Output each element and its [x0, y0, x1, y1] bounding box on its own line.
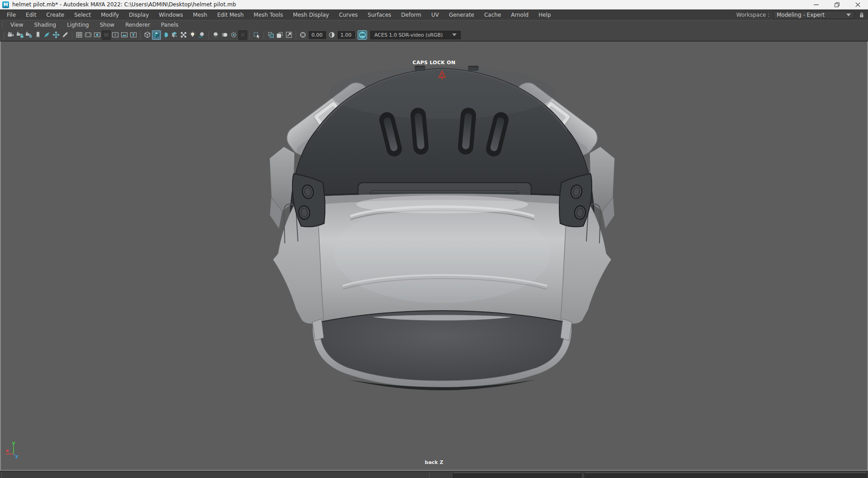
panel-menu-lighting[interactable]: Lighting — [61, 22, 94, 28]
hud-caps-lock: CAPS LOCK ON — [1, 60, 867, 66]
menu-item-curves[interactable]: Curves — [334, 12, 363, 18]
panel-menubar-grip[interactable] — [2, 21, 3, 28]
axis-x-label: x — [5, 448, 9, 454]
textured-button[interactable] — [161, 30, 170, 40]
minimize-button[interactable] — [806, 0, 826, 9]
restore-icon — [835, 2, 840, 7]
panel-menu-renderer[interactable]: Renderer — [120, 22, 156, 28]
gate-mask-button[interactable] — [102, 30, 111, 40]
safe-title-button[interactable] — [129, 30, 138, 40]
workspace-select[interactable]: Modeling - Expert — [773, 11, 854, 19]
command-line-grip[interactable] — [1, 473, 3, 478]
toolbar-grip[interactable] — [249, 31, 250, 39]
wireframe-icon — [144, 31, 151, 38]
pan-zoom-2d-button[interactable] — [52, 30, 61, 40]
smooth-shade-button[interactable] — [152, 30, 161, 40]
panel-menu-panels[interactable]: Panels — [156, 22, 184, 28]
toolbar-grip[interactable] — [208, 31, 209, 39]
command-line-grip[interactable] — [429, 473, 430, 478]
menu-item-cache[interactable]: Cache — [479, 12, 506, 18]
menu-item-arnold[interactable]: Arnold — [506, 12, 533, 18]
toolbar-grip[interactable] — [263, 31, 264, 39]
gamma-button[interactable] — [327, 30, 336, 40]
resolution-gate-button[interactable] — [93, 30, 102, 40]
menu-item-create[interactable]: Create — [41, 12, 69, 18]
toolbar-grip[interactable] — [140, 31, 141, 39]
toolbar-grip[interactable] — [3, 31, 5, 39]
gate-mask-icon — [103, 31, 110, 38]
smooth-shade-icon — [153, 31, 160, 38]
camera-lock-button[interactable] — [15, 30, 24, 40]
fit-resolution-gate-button[interactable] — [284, 30, 293, 40]
color-space-select[interactable]: ACES 1.0 SDR-video (sRGB) — [370, 31, 461, 39]
menu-item-mesh-tools[interactable]: Mesh Tools — [249, 12, 288, 18]
viewport-toolbar: 0.00 1.00 ON ACES 1.0 SDR-video (sRGB) — [0, 29, 868, 41]
menu-item-help[interactable]: Help — [533, 12, 556, 18]
menu-item-deform[interactable]: Deform — [396, 12, 426, 18]
workspace-lock-icon[interactable] — [858, 11, 865, 19]
camera-button[interactable] — [6, 30, 15, 40]
viewport-panel[interactable]: CAPS LOCK ON y x z back Z — [0, 41, 868, 471]
isolate-select-button[interactable] — [266, 30, 275, 40]
film-gate-button[interactable] — [84, 30, 93, 40]
image-plane-button[interactable] — [42, 30, 52, 40]
lighting-icon — [189, 31, 196, 38]
safe-action-icon — [121, 31, 128, 38]
occlusion-icon — [212, 31, 219, 38]
on-toggle-label: ON — [359, 32, 366, 38]
panel-menu-show[interactable]: Show — [94, 22, 120, 28]
occlusion-button[interactable] — [211, 30, 220, 40]
menu-item-uv[interactable]: UV — [426, 12, 444, 18]
menu-item-edit[interactable]: Edit — [21, 12, 41, 18]
menu-item-file[interactable]: File — [2, 12, 21, 18]
grid-button[interactable] — [75, 30, 84, 40]
toolbar-grip[interactable] — [295, 31, 297, 39]
close-button[interactable] — [847, 0, 868, 9]
menu-item-modify[interactable]: Modify — [96, 12, 124, 18]
command-line-bar — [0, 471, 868, 478]
panel-menu-view[interactable]: View — [5, 22, 28, 28]
main-menubar: File Edit Create Select Modify Display W… — [0, 9, 868, 20]
gamma-field[interactable]: 1.00 — [338, 31, 355, 39]
menu-item-display[interactable]: Display — [124, 12, 154, 18]
camera-settings-icon — [25, 31, 33, 38]
menu-item-select[interactable]: Select — [69, 12, 96, 18]
view-transform-on-toggle[interactable]: ON — [358, 30, 367, 40]
render-setting-icon — [239, 31, 246, 38]
use-default-material-icon — [180, 31, 187, 38]
motion-blur-button[interactable] — [220, 30, 229, 40]
use-default-material-button[interactable] — [179, 30, 188, 40]
isolate-selected-view-button[interactable] — [275, 30, 284, 40]
shadows-button[interactable] — [197, 30, 206, 40]
panel-menu-shading[interactable]: Shading — [28, 22, 61, 28]
menu-item-mesh-display[interactable]: Mesh Display — [288, 12, 334, 18]
command-result[interactable] — [585, 473, 867, 478]
menu-item-generate[interactable]: Generate — [444, 12, 479, 18]
anti-aliasing-button[interactable] — [229, 30, 238, 40]
menu-item-windows[interactable]: Windows — [154, 12, 188, 18]
camera-settings-button[interactable] — [24, 30, 33, 40]
command-input[interactable] — [453, 473, 581, 478]
close-icon — [855, 2, 860, 7]
gamma-icon — [328, 31, 335, 38]
bookmark-button[interactable] — [33, 30, 42, 40]
render-setting-button[interactable] — [238, 30, 247, 40]
menu-item-mesh[interactable]: Mesh — [188, 12, 212, 18]
menu-item-edit-mesh[interactable]: Edit Mesh — [212, 12, 249, 18]
field-chart-button[interactable] — [111, 30, 120, 40]
wireframe-button[interactable] — [143, 30, 152, 40]
exposure-field[interactable]: 0.00 — [309, 31, 326, 39]
safe-action-button[interactable] — [120, 30, 129, 40]
toolbar-grip[interactable] — [71, 31, 73, 39]
restore-button[interactable] — [826, 0, 847, 9]
isolate-selected-view-icon — [276, 31, 283, 38]
menu-item-surfaces[interactable]: Surfaces — [363, 12, 396, 18]
axis-y-label: y — [12, 440, 15, 446]
viewport-canvas[interactable] — [1, 42, 867, 470]
object-select-button[interactable] — [252, 30, 261, 40]
textured-cube-button[interactable] — [170, 30, 179, 40]
exposure-button[interactable] — [298, 30, 307, 40]
grease-pencil-icon — [61, 31, 69, 38]
grease-pencil-button[interactable] — [61, 30, 70, 40]
lighting-button[interactable] — [188, 30, 197, 40]
